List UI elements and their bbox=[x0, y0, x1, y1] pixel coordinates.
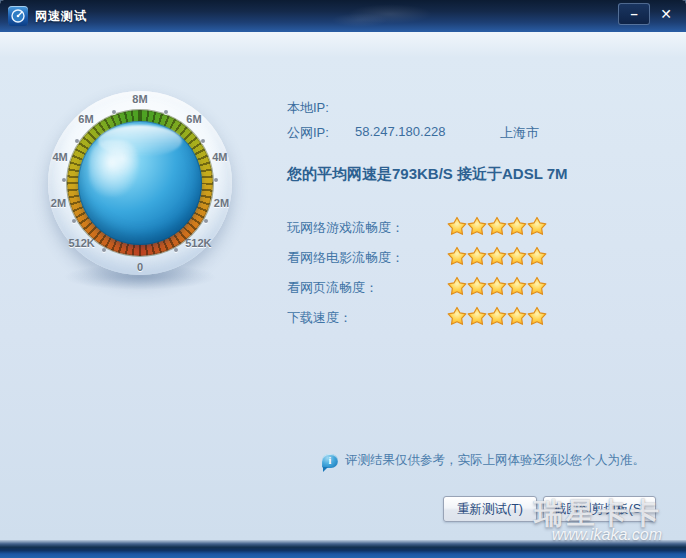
app-gauge-icon bbox=[8, 6, 28, 26]
star-icon bbox=[447, 276, 467, 296]
gauge-scale-label: 4M bbox=[52, 151, 67, 163]
disclaimer-row: i 评测结果仅供参考，实际上网体验还须以您个人为准。 bbox=[322, 452, 645, 469]
star-icon bbox=[507, 306, 527, 326]
speed-gauge: 8M6M6M4M4M2M2M512K512K0 bbox=[45, 88, 235, 278]
star-icon bbox=[447, 216, 467, 236]
gauge-tick-dot bbox=[214, 178, 218, 182]
star-icon bbox=[487, 276, 507, 296]
star-icon bbox=[527, 216, 547, 236]
star-icon bbox=[527, 276, 547, 296]
speedtest-window: 网速测试 – ✕ 8M6M6M4M4M2M2M512K512K0 本地IP: 公… bbox=[0, 0, 686, 558]
rating-stars bbox=[447, 306, 547, 326]
star-icon bbox=[467, 246, 487, 266]
gauge-tick-dot bbox=[102, 248, 106, 252]
star-icon bbox=[507, 216, 527, 236]
watermark-url: www.ikaka.com bbox=[552, 526, 662, 544]
star-icon bbox=[447, 306, 467, 326]
gauge-scale-label: 0 bbox=[137, 261, 143, 273]
disclaimer-text: 评测结果仅供参考，实际上网体验还须以您个人为准。 bbox=[345, 452, 645, 469]
gauge-scale-label: 512K bbox=[185, 237, 211, 249]
star-icon bbox=[487, 306, 507, 326]
gauge-tick-dot bbox=[174, 248, 178, 252]
window-title: 网速测试 bbox=[35, 8, 87, 25]
gauge-tick-dot bbox=[112, 110, 116, 114]
gauge-tick-dot bbox=[75, 139, 79, 143]
retest-button[interactable]: 重新测试(T) bbox=[443, 496, 537, 522]
rating-row: 玩网络游戏流畅度： bbox=[287, 216, 587, 238]
rating-label: 看网络电影流畅度： bbox=[287, 249, 404, 267]
star-icon bbox=[467, 306, 487, 326]
star-icon bbox=[507, 276, 527, 296]
gauge-scale-label: 6M bbox=[186, 113, 201, 125]
region-label: 上海市 bbox=[500, 124, 539, 142]
gauge-scale-label: 8M bbox=[132, 93, 147, 105]
rating-label: 看网页流畅度： bbox=[287, 279, 378, 297]
rating-stars bbox=[447, 216, 547, 236]
rating-row: 下载速度： bbox=[287, 306, 587, 328]
star-icon bbox=[487, 246, 507, 266]
content-area: 8M6M6M4M4M2M2M512K512K0 本地IP: 公网IP: 58.2… bbox=[0, 32, 686, 540]
star-icon bbox=[527, 306, 547, 326]
gauge-scale-label: 512K bbox=[68, 237, 94, 249]
titlebar[interactable]: 网速测试 – ✕ bbox=[0, 0, 686, 33]
gauge-ball bbox=[78, 121, 202, 245]
rating-row: 看网页流畅度： bbox=[287, 276, 587, 298]
star-icon bbox=[447, 246, 467, 266]
gauge-scale-label: 2M bbox=[51, 197, 66, 209]
gauge-tick-dot bbox=[164, 110, 168, 114]
local-ip-label: 本地IP: bbox=[287, 99, 329, 117]
rating-row: 看网络电影流畅度： bbox=[287, 246, 587, 268]
star-icon bbox=[467, 216, 487, 236]
close-button[interactable]: ✕ bbox=[652, 3, 680, 25]
gauge-tick-dot bbox=[62, 178, 66, 182]
result-headline: 您的平均网速是793KB/S 接近于ADSL 7M bbox=[287, 165, 568, 184]
info-bubble-icon: i bbox=[322, 454, 338, 468]
public-ip-value: 58.247.180.228 bbox=[355, 124, 445, 139]
rating-stars bbox=[447, 246, 547, 266]
minimize-button[interactable]: – bbox=[618, 3, 650, 25]
star-icon bbox=[467, 276, 487, 296]
gauge-scale-label: 6M bbox=[78, 113, 93, 125]
gauge-scale-label: 4M bbox=[212, 151, 227, 163]
star-icon bbox=[507, 246, 527, 266]
window-controls: – ✕ bbox=[618, 3, 680, 25]
gauge-ball-reflection bbox=[89, 140, 139, 197]
star-icon bbox=[487, 216, 507, 236]
gauge-tick-dot bbox=[204, 219, 208, 223]
rating-stars bbox=[447, 276, 547, 296]
rating-label: 下载速度： bbox=[287, 309, 352, 327]
gauge-tick-dot bbox=[201, 139, 205, 143]
gauge-scale-label: 2M bbox=[214, 197, 229, 209]
rating-label: 玩网络游戏流畅度： bbox=[287, 219, 404, 237]
star-icon bbox=[527, 246, 547, 266]
gauge-tick-dot bbox=[72, 219, 76, 223]
public-ip-label: 公网IP: bbox=[287, 124, 329, 142]
